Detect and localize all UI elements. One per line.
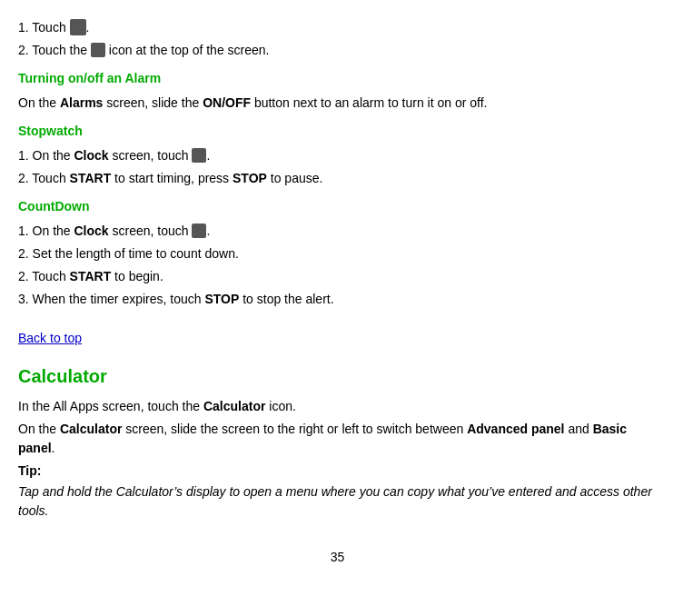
calc-line1-suffix: icon. — [265, 399, 295, 413]
back-to-top-container: Back to top — [18, 318, 657, 363]
countdown-line3: 2. Touch START to begin. — [18, 267, 657, 286]
turning-on-off-section: Turning on/off an Alarm On the Alarms sc… — [18, 69, 657, 113]
calculator-bold: Calculator — [203, 399, 265, 413]
countdown-line1-suffix: screen, touch — [109, 224, 193, 238]
touch-line2: 2. Touch the icon at the top of the scre… — [18, 41, 657, 60]
turning-on-off-text: On the Alarms screen, slide the ON/OFF b… — [18, 94, 657, 113]
back-to-top-link[interactable]: Back to top — [18, 329, 82, 348]
touch-line1-text: 1. Touch — [18, 20, 70, 35]
stopwatch-line2-suffix: to pause. — [267, 171, 323, 185]
countdown-line4-prefix: 3. When the timer expires, touch — [18, 292, 204, 306]
countdown-start-bold: START — [70, 269, 112, 283]
countdown-line3-prefix: 2. Touch — [18, 269, 70, 283]
countdown-line2: 2. Set the length of time to count down. — [18, 244, 657, 263]
advanced-panel-bold: Advanced panel — [467, 422, 564, 436]
calculator-heading: Calculator — [18, 363, 657, 390]
countdown-line3-suffix: to begin. — [111, 269, 163, 283]
stopwatch-line1-suffix: screen, touch — [109, 148, 193, 163]
alarms-text-mid: screen, slide the — [103, 95, 203, 110]
stopwatch-icon — [192, 148, 206, 163]
stopwatch-line2-mid: to start timing, press — [111, 171, 233, 185]
stopwatch-line1-prefix: 1. On the — [18, 148, 74, 163]
calc-line2-suffix: . — [52, 441, 55, 455]
stopwatch-stop-bold: STOP — [233, 171, 267, 185]
alarms-text-prefix: On the — [18, 95, 60, 110]
calc-line2-prefix: On the — [18, 422, 60, 436]
countdown-line4: 3. When the timer expires, touch STOP to… — [18, 290, 657, 309]
turning-on-off-heading: Turning on/off an Alarm — [18, 69, 657, 88]
calculator-section: Calculator In the All Apps screen, touch… — [18, 363, 657, 521]
calculator-line2: On the Calculator screen, slide the scre… — [18, 420, 657, 458]
touch-section: 1. Touch . 2. Touch the icon at the top … — [18, 18, 657, 60]
stopwatch-heading: Stopwatch — [18, 122, 657, 141]
countdown-line4-suffix: to stop the alert. — [239, 292, 333, 306]
tip-label: Tip: — [18, 462, 657, 481]
countdown-stop-bold: STOP — [204, 292, 239, 306]
stopwatch-clock-bold: Clock — [74, 148, 108, 163]
stopwatch-start-bold: START — [70, 171, 112, 185]
countdown-line1-prefix: 1. On the — [18, 224, 74, 238]
stopwatch-line2-prefix: 2. Touch — [18, 171, 70, 185]
countdown-heading: CountDown — [18, 197, 657, 216]
touch-line2-prefix: 2. Touch the — [18, 43, 91, 57]
countdown-section: CountDown 1. On the Clock screen, touch … — [18, 197, 657, 309]
calculator-line1: In the All Apps screen, touch the Calcul… — [18, 397, 657, 416]
stopwatch-line2: 2. Touch START to start timing, press ST… — [18, 169, 657, 188]
on-off-bold: ON/OFF — [203, 95, 251, 110]
alarms-text-suffix: button next to an alarm to turn it on or… — [251, 95, 487, 110]
stopwatch-line1: 1. On the Clock screen, touch . — [18, 146, 657, 165]
calc-line2-mid: screen, slide the screen to the right or… — [122, 422, 467, 436]
countdown-icon — [192, 224, 206, 238]
calc-line2-and: and — [565, 422, 593, 436]
page-number: 35 — [18, 548, 657, 567]
stopwatch-section: Stopwatch 1. On the Clock screen, touch … — [18, 122, 657, 188]
touch-icon — [70, 19, 86, 35]
tip-text: Tap and hold the Calculator’s display to… — [18, 482, 657, 521]
touch-line1: 1. Touch . — [18, 18, 657, 37]
calculator-bold2: Calculator — [60, 422, 122, 436]
calc-line1-prefix: In the All Apps screen, touch the — [18, 399, 203, 413]
touch-line1-period: . — [86, 20, 90, 35]
countdown-clock-bold: Clock — [74, 224, 108, 238]
countdown-line1: 1. On the Clock screen, touch . — [18, 222, 657, 241]
touch-line2-suffix: icon at the top of the screen. — [105, 43, 270, 57]
stopwatch-line1-period: . — [206, 148, 210, 163]
plus-icon — [91, 43, 105, 57]
alarms-bold: Alarms — [60, 95, 103, 110]
countdown-line1-period: . — [206, 224, 210, 238]
